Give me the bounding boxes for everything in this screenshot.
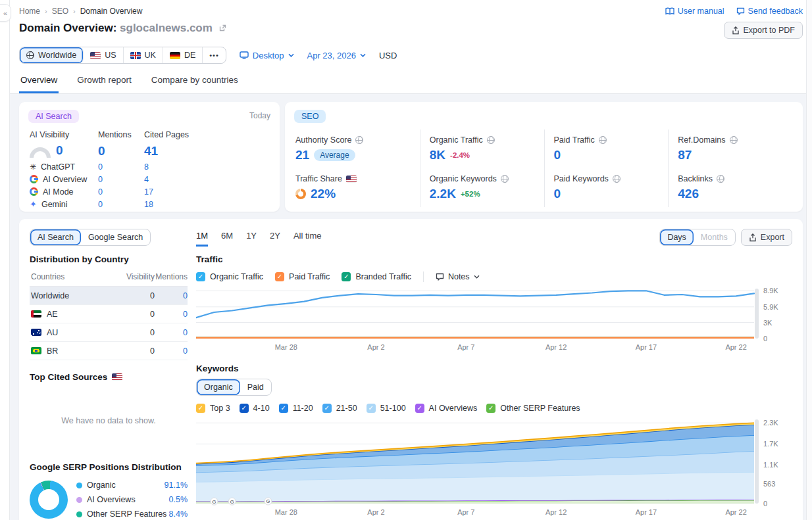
cited-pages-total[interactable]: 41 [144,144,269,158]
tab-overview[interactable]: Overview [19,75,59,93]
metric-organic-traffic: Organic Traffic 8K-2.4% [420,130,544,168]
legend-value[interactable]: 8.4% [169,509,188,519]
chatgpt-visibility[interactable]: 0 [98,162,144,172]
region-chip-worldwide[interactable]: Worldwide [20,47,84,63]
svg-text:Apr 22: Apr 22 [725,343,746,351]
globe-info-icon[interactable] [501,175,509,183]
keywords-paid-toggle[interactable]: Paid [240,379,271,395]
breadcrumb-home[interactable]: Home [19,7,40,16]
legend-paid-traffic[interactable]: Paid Traffic [275,272,330,281]
country-row-worldwide[interactable]: Worldwide 0 0 [30,287,188,305]
date-selector[interactable]: Apr 23, 2026 [307,51,366,60]
device-selector[interactable]: Desktop [240,51,294,60]
range-all-time[interactable]: All time [293,231,322,247]
legend-4-10[interactable]: 4-10 [240,404,270,413]
keywords-organic-toggle[interactable]: Organic [197,379,240,395]
legend-21-50[interactable]: 21-50 [322,404,357,413]
backlinks-value[interactable]: 426 [678,187,699,201]
export-button[interactable]: Export [741,229,792,246]
granularity-days[interactable]: Days [660,229,693,245]
country-row-br[interactable]: BR 0 0 [30,342,188,360]
paid-traffic-value[interactable]: 0 [554,148,561,162]
globe-info-icon[interactable] [717,175,724,183]
country-row-ae[interactable]: AE 0 0 [30,305,188,323]
globe-info-icon[interactable] [355,136,363,144]
ai-visibility-total[interactable]: 0 [56,143,63,158]
metric-authority-score: Authority Score 21Average [295,130,420,168]
legend-organic-traffic[interactable]: Organic Traffic [196,272,263,281]
region-chip-uk[interactable]: UK [124,47,163,63]
traffic-chart[interactable]: 8.9K5.9K3K0Mar 28Apr 2Apr 7Apr 12Apr 17A… [196,285,792,357]
organic-traffic-value[interactable]: 8K [430,148,445,162]
globe-info-icon[interactable] [730,136,738,144]
ai-overview-cited[interactable]: 4 [144,175,269,184]
mentions-total[interactable]: 0 [98,144,144,158]
region-chip-de[interactable]: DE [163,47,203,63]
metric-label: Paid Keywords [554,174,609,183]
checkbox-icon [240,404,249,413]
country-row-au[interactable]: AU 0 0 [30,323,188,342]
metric-paid-traffic: Paid Traffic 0 [544,130,669,168]
range-1y[interactable]: 1Y [246,231,257,247]
tab-growth-report[interactable]: Growth report [76,75,133,93]
globe-info-icon[interactable] [599,136,607,144]
gemini-visibility[interactable]: 0 [98,200,144,209]
legend-top-3[interactable]: Top 3 [196,404,230,413]
country-mentions[interactable]: 0 [155,291,188,300]
send-feedback-link[interactable]: Send feedback [736,7,803,16]
page-title-domain: sglocalnews.com [120,22,213,34]
visibility-col-header: Visibility [119,272,155,281]
serp-legend: Organic 91.1% AI Overviews 0.5% Other SE… [76,481,188,519]
legend-11-20[interactable]: 11-20 [279,404,313,413]
breadcrumb-seo[interactable]: SEO [52,7,68,16]
keywords-chart[interactable]: 2.3K1.7K1.1K5630GGGMar 28Apr 2Apr 7Apr 1… [196,415,792,520]
country-mentions[interactable]: 0 [155,310,188,319]
toggle-google-search[interactable]: Google Search [81,229,150,245]
external-link-icon[interactable] [219,24,226,32]
traffic-share-donut-icon [295,189,306,199]
page-scrollbar[interactable] [806,0,812,520]
ai-mode-cited[interactable]: 17 [144,187,269,197]
user-manual-link[interactable]: User manual [665,7,724,16]
paid-keywords-value[interactable]: 0 [554,187,561,201]
currency-label: USD [379,51,397,60]
country-name: BR [47,346,58,356]
legend-51-100[interactable]: 51-100 [367,404,406,413]
legend-label: 11-20 [293,404,313,413]
checkbox-icon [279,404,288,413]
legend-ai-overviews[interactable]: AI Overviews [415,404,478,413]
ai-row-ai-mode: AI Mode [30,185,98,198]
legend-other-serp-features[interactable]: Other SERP Features [486,404,580,413]
legend-value[interactable]: 0.5% [169,495,188,504]
authority-score-value[interactable]: 21 [295,148,309,162]
notes-dropdown[interactable]: Notes [436,272,480,281]
book-icon [665,7,674,15]
send-feedback-label: Send feedback [748,7,803,16]
range-6m[interactable]: 6M [221,231,233,247]
granularity-months[interactable]: Months [694,229,735,245]
export-to-pdf-button[interactable]: Export to PDF [724,22,803,39]
sidebar-collapse-button[interactable]: « [0,4,11,22]
chatgpt-icon: ✳ [30,163,36,171]
svg-text:5.9K: 5.9K [763,303,778,311]
range-2y[interactable]: 2Y [270,231,280,247]
organic-keywords-value[interactable]: 2.2K [430,187,456,201]
tab-compare-by-countries[interactable]: Compare by countries [150,75,240,93]
ref-domains-value[interactable]: 87 [678,148,692,162]
gemini-cited[interactable]: 18 [144,200,269,209]
range-1m[interactable]: 1M [196,231,208,247]
toggle-ai-search[interactable]: AI Search [30,229,81,245]
legend-branded-traffic[interactable]: Branded Traffic [342,272,411,281]
legend-value[interactable]: 91.1% [165,481,188,490]
globe-info-icon[interactable] [487,136,495,144]
date-range-tabs: 1M 6M 1Y 2Y All time [196,228,322,247]
country-mentions[interactable]: 0 [155,346,188,356]
traffic-share-value[interactable]: 22% [311,187,336,201]
globe-info-icon[interactable] [613,175,621,183]
country-mentions[interactable]: 0 [155,328,188,337]
ai-overview-visibility[interactable]: 0 [98,175,144,184]
chatgpt-cited[interactable]: 8 [144,162,269,172]
region-chip-us[interactable]: US [84,47,123,63]
ai-mode-visibility[interactable]: 0 [98,187,144,197]
region-more-button[interactable]: ••• [203,47,226,63]
